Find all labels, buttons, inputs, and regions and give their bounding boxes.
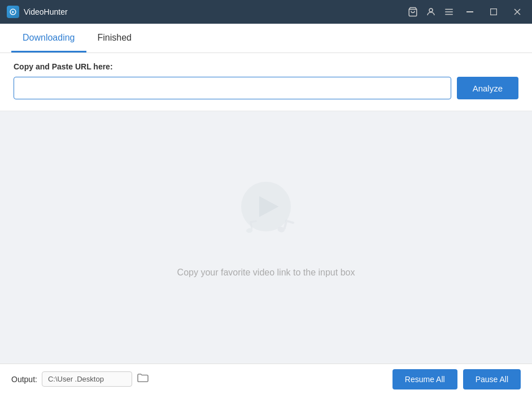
cart-icon[interactable] xyxy=(408,7,418,17)
output-section: Output: C:\User .Desktop xyxy=(11,371,149,387)
menu-icon[interactable] xyxy=(444,7,454,17)
output-path[interactable]: C:\User .Desktop xyxy=(42,371,132,387)
empty-message: Copy your favorite video link to the inp… xyxy=(177,268,355,278)
svg-point-1 xyxy=(429,8,433,12)
app-logo xyxy=(7,6,19,18)
resume-all-button[interactable]: Resume All xyxy=(393,369,457,389)
empty-illustration xyxy=(221,164,311,254)
title-bar-controls xyxy=(408,4,525,20)
url-input[interactable] xyxy=(14,77,451,99)
main-content: Downloading Finished Copy and Paste URL … xyxy=(0,24,532,394)
maximize-button[interactable] xyxy=(486,4,502,20)
title-bar: VideoHunter xyxy=(0,0,532,24)
app-title: VideoHunter xyxy=(24,7,68,16)
tab-downloading[interactable]: Downloading xyxy=(11,24,86,52)
url-label: Copy and Paste URL here: xyxy=(14,62,518,71)
footer: Output: C:\User .Desktop Resume All Paus… xyxy=(0,364,532,394)
minimize-button[interactable] xyxy=(462,4,478,20)
url-input-row: Analyze xyxy=(14,77,518,99)
output-label: Output: xyxy=(11,375,37,384)
title-bar-left: VideoHunter xyxy=(7,6,408,18)
analyze-button[interactable]: Analyze xyxy=(457,77,518,99)
footer-buttons: Resume All Pause All xyxy=(393,369,521,389)
tabs-area: Downloading Finished xyxy=(0,24,532,53)
close-button[interactable] xyxy=(509,4,525,20)
empty-state: Copy your favorite video link to the inp… xyxy=(0,111,532,364)
svg-rect-6 xyxy=(491,9,497,15)
folder-icon[interactable] xyxy=(137,373,149,386)
url-section: Copy and Paste URL here: Analyze xyxy=(0,53,532,111)
pause-all-button[interactable]: Pause All xyxy=(463,369,521,389)
tab-finished[interactable]: Finished xyxy=(86,24,143,52)
account-icon[interactable] xyxy=(426,7,436,17)
svg-rect-5 xyxy=(466,11,473,12)
